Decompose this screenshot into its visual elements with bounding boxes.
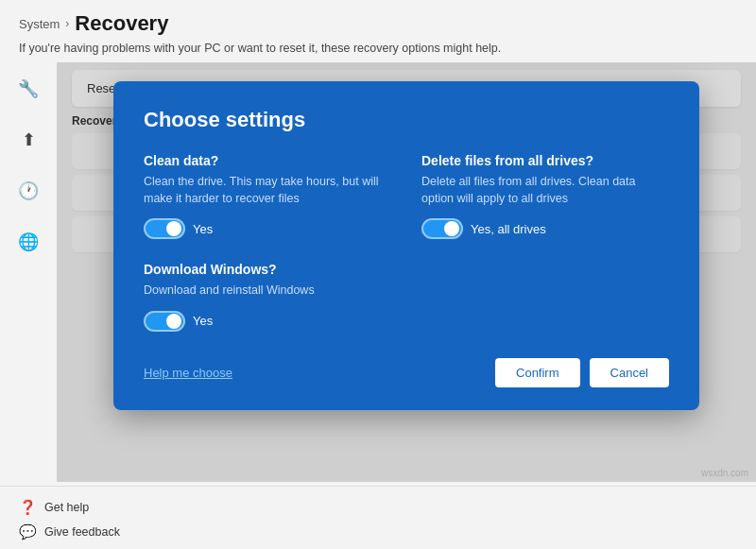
clean-data-section: Clean data? Clean the drive. This may ta… xyxy=(144,153,391,239)
delete-files-toggle-label: Yes, all drives xyxy=(471,222,546,236)
delete-files-toggle-row: Yes, all drives xyxy=(421,218,669,239)
download-windows-desc: Download and reinstall Windows xyxy=(144,283,391,300)
sidebar-icon-globe[interactable]: 🌐 xyxy=(11,225,45,259)
modal-dialog: Choose settings Clean data? Clean the dr… xyxy=(113,81,699,410)
give-feedback-link[interactable]: 💬 Give feedback xyxy=(19,521,737,543)
delete-files-title: Delete files from all drives? xyxy=(421,153,669,168)
modal-title: Choose settings xyxy=(144,108,669,132)
get-help-label: Get help xyxy=(44,501,89,514)
download-windows-toggle[interactable] xyxy=(144,311,185,332)
sidebar-icon-history[interactable]: 🕐 xyxy=(11,174,45,208)
page-subtitle: If you're having problems with your PC o… xyxy=(19,42,737,55)
download-windows-section: Download Windows? Download and reinstall… xyxy=(144,262,391,332)
get-help-icon: ❓ xyxy=(19,499,37,516)
modal-overlay: Choose settings Clean data? Clean the dr… xyxy=(57,62,756,482)
breadcrumb-separator: › xyxy=(65,17,69,30)
clean-data-desc: Clean the drive. This may take hours, bu… xyxy=(144,174,391,207)
sidebar-icon-wrench[interactable]: 🔧 xyxy=(11,72,45,106)
breadcrumb-system[interactable]: System xyxy=(19,17,60,31)
watermark: wsxdn.com xyxy=(701,468,748,478)
content-area: Reset this PC Recovery Choose settings C… xyxy=(57,62,756,482)
clean-data-title: Clean data? xyxy=(144,153,391,168)
download-windows-toggle-label: Yes xyxy=(193,314,213,328)
clean-data-toggle-row: Yes xyxy=(144,218,391,239)
clean-data-toggle-label: Yes xyxy=(193,222,213,236)
help-me-choose-link[interactable]: Help me choose xyxy=(144,366,232,380)
main-layout: 🔧 ⬆ 🕐 🌐 Reset this PC Recovery Choose se… xyxy=(0,62,756,482)
page-header: System › Recovery If you're having probl… xyxy=(0,0,756,62)
download-windows-toggle-row: Yes xyxy=(144,311,391,332)
breadcrumb-current: Recovery xyxy=(75,11,168,36)
give-feedback-label: Give feedback xyxy=(44,525,120,539)
footer-links: ❓ Get help 💬 Give feedback xyxy=(0,490,756,549)
modal-bottom: Help me choose Confirm Cancel xyxy=(144,358,669,387)
footer-divider xyxy=(0,486,756,487)
sidebar-icon-backup[interactable]: ⬆ xyxy=(11,123,45,157)
modal-button-row: Confirm Cancel xyxy=(495,358,669,387)
delete-files-toggle[interactable] xyxy=(421,218,463,239)
sidebar: 🔧 ⬆ 🕐 🌐 xyxy=(0,62,57,482)
download-windows-title: Download Windows? xyxy=(144,262,391,277)
cancel-button[interactable]: Cancel xyxy=(590,358,669,387)
give-feedback-icon: 💬 xyxy=(19,523,37,540)
breadcrumb: System › Recovery xyxy=(19,11,737,36)
confirm-button[interactable]: Confirm xyxy=(495,358,580,387)
options-grid: Clean data? Clean the drive. This may ta… xyxy=(144,153,669,332)
get-help-link[interactable]: ❓ Get help xyxy=(19,496,737,519)
clean-data-toggle[interactable] xyxy=(144,218,185,239)
delete-files-section: Delete files from all drives? Delete all… xyxy=(421,153,669,239)
delete-files-desc: Delete all files from all drives. Clean … xyxy=(421,174,669,207)
